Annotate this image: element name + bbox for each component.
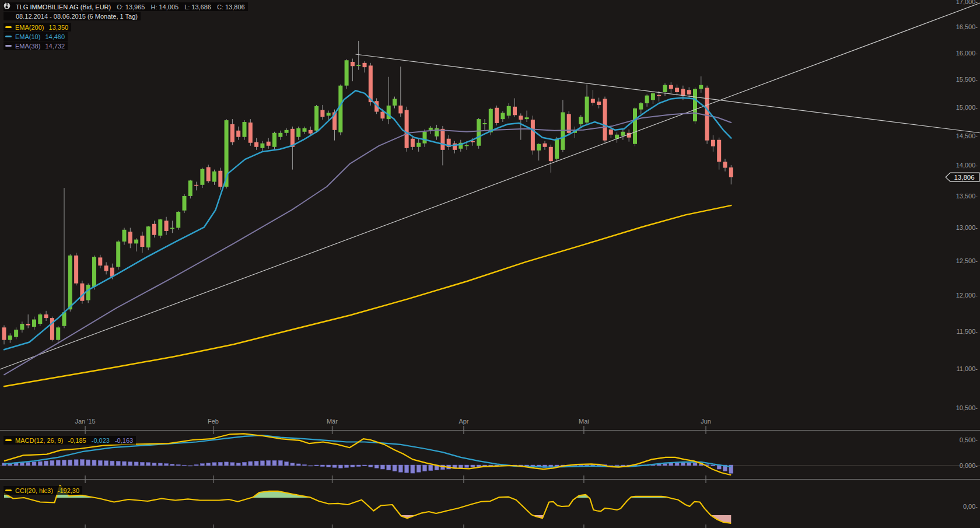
candle-body	[699, 85, 703, 89]
candle-body	[387, 106, 391, 119]
candle-body	[345, 60, 349, 85]
candle-body	[123, 230, 127, 242]
candle-body	[272, 133, 276, 147]
candle-body	[669, 85, 673, 89]
macd-title: MACD(12, 26, 9)	[15, 437, 64, 444]
candle-body	[200, 169, 204, 185]
candle-body	[603, 99, 607, 140]
candle-body	[519, 116, 523, 120]
candle-body	[2, 327, 6, 340]
legend-ema10[interactable]: EMA(10) 14,460	[4, 32, 248, 41]
candle-body	[230, 124, 235, 142]
candle-body	[296, 128, 300, 137]
cci-overbought-fill	[4, 485, 731, 523]
candle-body	[705, 88, 709, 140]
candle-body	[254, 142, 258, 147]
macd-chip-icon	[5, 439, 12, 441]
candle-body	[621, 132, 625, 136]
chart-canvas[interactable]: 13,806	[0, 0, 980, 528]
candle-body	[206, 167, 211, 181]
candle-body	[327, 113, 331, 116]
candle-body	[38, 314, 42, 324]
instrument-title: TLG IMMOBILIEN AG (Bid, EUR)	[16, 4, 111, 11]
candle-body	[489, 109, 493, 132]
macd-histogram-value: -0,163	[115, 437, 133, 444]
ema10-chip-icon	[5, 36, 12, 37]
descending-trendline[interactable]	[356, 54, 980, 133]
price-pane[interactable]	[0, 2, 980, 386]
cci-header[interactable]: CCI(20, hlc3) -192,30	[4, 483, 82, 495]
candle-body	[309, 130, 313, 134]
candle-body	[212, 172, 216, 182]
open-value: 13,965	[125, 4, 145, 11]
candle-body	[92, 257, 96, 287]
candle-body	[194, 185, 198, 186]
legend-ema200[interactable]: EMA(200) 13,350	[4, 23, 248, 32]
ema10-value: 14,460	[45, 33, 65, 40]
ema10-label: EMA(10)	[15, 33, 40, 40]
candle-body	[579, 117, 583, 124]
candle-body	[314, 106, 318, 131]
candle-body	[164, 221, 169, 231]
high-value: 14,005	[159, 4, 178, 11]
candle-body	[416, 143, 421, 147]
candle-body	[639, 103, 643, 110]
candle-body	[423, 132, 427, 144]
macd-header[interactable]: MACD(12, 26, 9) -0,185 -0,023 -0,163	[4, 433, 136, 445]
ema200-value: 13,350	[49, 24, 69, 31]
candlestick-series	[2, 41, 733, 344]
candle-body	[158, 219, 162, 236]
legend-ema38[interactable]: EMA(38) 14,732	[4, 41, 248, 50]
candle-body	[267, 142, 271, 146]
candle-body	[495, 108, 499, 123]
candle-body	[398, 106, 402, 114]
candle-body	[285, 130, 289, 133]
candle-body	[260, 144, 264, 148]
candle-body	[501, 113, 505, 119]
close-value: 13,806	[225, 4, 245, 11]
close-label: C:	[217, 4, 223, 11]
candle-body	[243, 122, 247, 137]
candle-body	[687, 90, 691, 95]
candle-body	[693, 89, 697, 121]
candle-body	[14, 330, 18, 337]
low-value: 13,686	[191, 4, 211, 11]
ema200-label: EMA(200)	[15, 24, 44, 31]
candle-body	[20, 324, 24, 330]
candle-body	[74, 256, 78, 284]
ema38-value: 14,732	[45, 43, 65, 50]
candle-body	[411, 139, 415, 147]
candle-body	[393, 99, 397, 105]
candle-body	[176, 212, 180, 228]
candle-body	[645, 96, 649, 103]
candle-body	[170, 228, 174, 229]
macd-pane[interactable]	[0, 433, 980, 475]
candle-body	[405, 110, 409, 148]
candle-body	[134, 240, 138, 244]
date-range: 08.12.2014 - 08.06.2015 (6 Monate, 1 Tag…	[16, 13, 138, 20]
macd-value: -0,185	[68, 437, 86, 444]
candle-body	[146, 226, 150, 247]
candle-body	[128, 232, 132, 243]
ema200-line[interactable]	[4, 205, 731, 386]
candle-body	[236, 131, 240, 137]
candle-body	[303, 128, 307, 132]
candle-body	[597, 102, 601, 105]
candle-body	[104, 265, 108, 271]
candle-body	[717, 140, 721, 162]
candle-body	[525, 117, 529, 119]
last-price-marker-text: 13,806	[954, 174, 974, 181]
ema200-chip-icon	[5, 26, 12, 28]
candle-body	[249, 123, 253, 143]
ema38-line[interactable]	[4, 113, 731, 375]
candle-body	[356, 65, 360, 66]
instrument-row: TLG IMMOBILIEN AG (Bid, EUR) O:13,965H:1…	[4, 2, 248, 11]
candle-body	[729, 167, 733, 177]
candle-body	[477, 119, 481, 146]
candle-body	[183, 196, 187, 211]
cci-pane[interactable]	[4, 485, 731, 523]
candle-body	[351, 62, 355, 66]
ascending-trendline[interactable]	[0, 2, 980, 369]
candle-body	[116, 242, 120, 267]
candle-body	[657, 95, 661, 96]
